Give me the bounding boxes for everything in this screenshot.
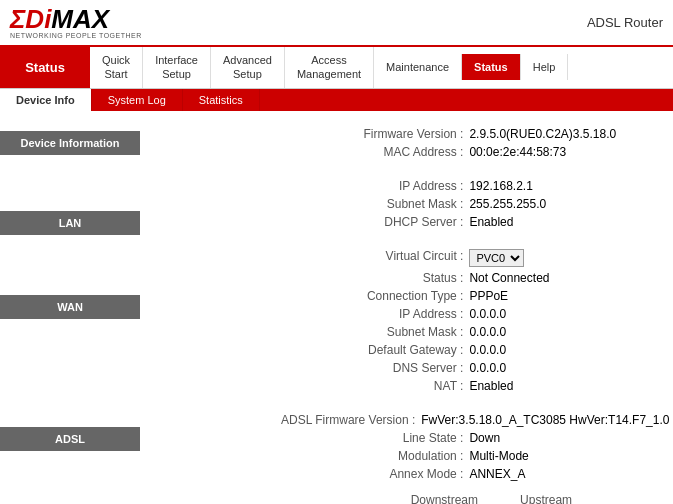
sub-nav: Device Info System Log Statistics bbox=[0, 89, 673, 111]
wan-conntype-row: Connection Type : PPPoE bbox=[150, 287, 669, 305]
logo-sigma: Σ bbox=[10, 4, 25, 34]
downstream-header: Downstream bbox=[391, 491, 498, 504]
lan-dhcp-value: Enabled bbox=[469, 215, 669, 229]
adsl-annex-row: Annex Mode : ANNEX_A bbox=[150, 465, 669, 483]
nav-bar: Status Quick Start Interface Setup Advan… bbox=[0, 47, 673, 89]
lan-dhcp-row: DHCP Server : Enabled bbox=[150, 213, 669, 231]
adsl-linestate-label: Line State : bbox=[309, 431, 469, 445]
wan-gateway-value: 0.0.0.0 bbox=[469, 343, 669, 357]
wan-subnet-row: Subnet Mask : 0.0.0.0 bbox=[150, 323, 669, 341]
header-title: ADSL Router bbox=[587, 15, 663, 30]
wan-dns-value: 0.0.0.0 bbox=[469, 361, 669, 375]
wan-conntype-label: Connection Type : bbox=[309, 289, 469, 303]
nav-status[interactable]: Status bbox=[462, 54, 521, 80]
lan-ip-value: 192.168.2.1 bbox=[469, 179, 669, 193]
logo-max: MAX bbox=[51, 4, 109, 34]
logo-area: ΣDiMAX NETWORKING PEOPLE TOGETHER bbox=[10, 6, 142, 39]
lan-ip-label: IP Address : bbox=[309, 179, 469, 193]
wan-ip-value: 0.0.0.0 bbox=[469, 307, 669, 321]
mac-address-row: MAC Address : 00:0e:2e:44:58:73 bbox=[150, 143, 669, 161]
content-area: Device Information LAN WAN ADSL Firmware… bbox=[0, 111, 673, 504]
lan-subnet-row: Subnet Mask : 255.255.255.0 bbox=[150, 195, 669, 213]
adsl-fw-row: ADSL Firmware Version : FwVer:3.5.18.0_A… bbox=[150, 411, 669, 429]
nav-interface-setup[interactable]: Interface Setup bbox=[143, 47, 211, 88]
adsl-group: ADSL Firmware Version : FwVer:3.5.18.0_A… bbox=[150, 405, 669, 504]
du-empty-header bbox=[312, 491, 389, 504]
adsl-modulation-value: Multi-Mode bbox=[469, 449, 669, 463]
sub-nav-device-info[interactable]: Device Info bbox=[0, 89, 92, 111]
firmware-version-label: Firmware Version : bbox=[309, 127, 469, 141]
wan-vc-select[interactable]: PVC0 PVC1 PVC2 bbox=[469, 249, 524, 267]
sidebar-wan: WAN bbox=[0, 295, 140, 319]
lan-group: IP Address : 192.168.2.1 Subnet Mask : 2… bbox=[150, 171, 669, 237]
nav-help[interactable]: Help bbox=[521, 54, 569, 80]
wan-gateway-row: Default Gateway : 0.0.0.0 bbox=[150, 341, 669, 359]
wan-subnet-value: 0.0.0.0 bbox=[469, 325, 669, 339]
nav-access-management[interactable]: Access Management bbox=[285, 47, 374, 88]
wan-conntype-value: PPPoE bbox=[469, 289, 669, 303]
sidebar: Device Information LAN WAN ADSL bbox=[0, 111, 140, 504]
lan-subnet-value: 255.255.255.0 bbox=[469, 197, 669, 211]
main-content: Firmware Version : 2.9.5.0(RUE0.C2A)3.5.… bbox=[140, 111, 673, 504]
unit-header bbox=[594, 491, 647, 504]
wan-vc-row: Virtual Circuit : PVC0 PVC1 PVC2 bbox=[150, 247, 669, 269]
lan-ip-row: IP Address : 192.168.2.1 bbox=[150, 177, 669, 195]
mac-address-label: MAC Address : bbox=[309, 145, 469, 159]
sidebar-lan: LAN bbox=[0, 211, 140, 235]
adsl-fw-value: FwVer:3.5.18.0_A_TC3085 HwVer:T14.F7_1.0 bbox=[421, 413, 669, 427]
nav-maintenance[interactable]: Maintenance bbox=[374, 54, 462, 80]
adsl-modulation-row: Modulation : Multi-Mode bbox=[150, 447, 669, 465]
lan-dhcp-label: DHCP Server : bbox=[309, 215, 469, 229]
wan-ip-row: IP Address : 0.0.0.0 bbox=[150, 305, 669, 323]
sidebar-adsl: ADSL bbox=[0, 427, 140, 451]
adsl-annex-value: ANNEX_A bbox=[469, 467, 669, 481]
wan-subnet-label: Subnet Mask : bbox=[309, 325, 469, 339]
status-nav-label: Status bbox=[0, 47, 90, 88]
wan-status-label: Status : bbox=[309, 271, 469, 285]
logo-di: Di bbox=[25, 4, 51, 34]
firmware-version-value: 2.9.5.0(RUE0.C2A)3.5.18.0 bbox=[469, 127, 669, 141]
sidebar-device-information: Device Information bbox=[0, 131, 140, 155]
adsl-linestate-row: Line State : Down bbox=[150, 429, 669, 447]
wan-status-value: Not Connected bbox=[469, 271, 669, 285]
nav-advanced-setup[interactable]: Advanced Setup bbox=[211, 47, 285, 88]
firmware-version-row: Firmware Version : 2.9.5.0(RUE0.C2A)3.5.… bbox=[150, 125, 669, 143]
wan-status-row: Status : Not Connected bbox=[150, 269, 669, 287]
adsl-annex-label: Annex Mode : bbox=[309, 467, 469, 481]
sub-nav-statistics[interactable]: Statistics bbox=[183, 89, 260, 111]
sub-nav-system-log[interactable]: System Log bbox=[92, 89, 183, 111]
device-info-group: Firmware Version : 2.9.5.0(RUE0.C2A)3.5.… bbox=[150, 119, 669, 167]
nav-quick-start[interactable]: Quick Start bbox=[90, 47, 143, 88]
adsl-fw-label: ADSL Firmware Version : bbox=[261, 413, 421, 427]
logo-subtitle: NETWORKING PEOPLE TOGETHER bbox=[10, 32, 142, 39]
wan-vc-label: Virtual Circuit : bbox=[309, 249, 469, 267]
upstream-header: Upstream bbox=[500, 491, 592, 504]
wan-nat-value: Enabled bbox=[469, 379, 669, 393]
wan-nat-label: NAT : bbox=[309, 379, 469, 393]
adsl-modulation-label: Modulation : bbox=[309, 449, 469, 463]
du-section: Downstream Upstream SNR Margin : N/A N/A… bbox=[150, 489, 669, 504]
wan-vc-value: PVC0 PVC1 PVC2 bbox=[469, 249, 669, 267]
wan-dns-row: DNS Server : 0.0.0.0 bbox=[150, 359, 669, 377]
mac-address-value: 00:0e:2e:44:58:73 bbox=[469, 145, 669, 159]
adsl-linestate-value: Down bbox=[469, 431, 669, 445]
header: ΣDiMAX NETWORKING PEOPLE TOGETHER ADSL R… bbox=[0, 0, 673, 47]
wan-group: Virtual Circuit : PVC0 PVC1 PVC2 Status … bbox=[150, 241, 669, 401]
downstream-upstream-table: Downstream Upstream SNR Margin : N/A N/A… bbox=[310, 489, 649, 504]
wan-gateway-label: Default Gateway : bbox=[309, 343, 469, 357]
logo: ΣDiMAX bbox=[10, 6, 142, 32]
wan-dns-label: DNS Server : bbox=[309, 361, 469, 375]
wan-nat-row: NAT : Enabled bbox=[150, 377, 669, 395]
lan-subnet-label: Subnet Mask : bbox=[309, 197, 469, 211]
nav-items: Quick Start Interface Setup Advanced Set… bbox=[90, 47, 673, 88]
wan-ip-label: IP Address : bbox=[309, 307, 469, 321]
